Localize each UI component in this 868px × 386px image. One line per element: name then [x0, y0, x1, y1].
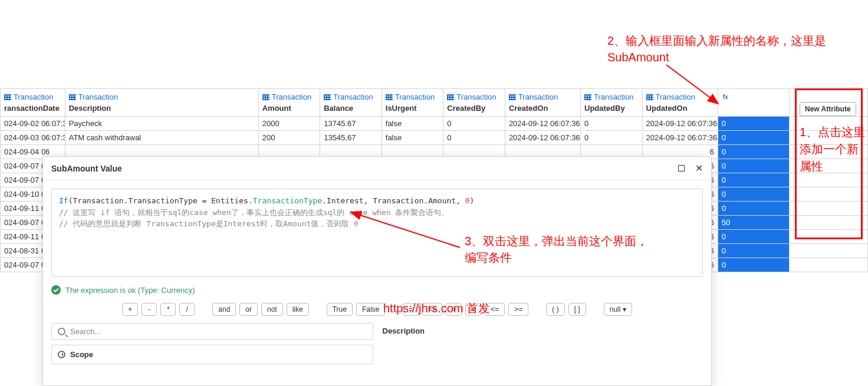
cell-subamount: 0: [718, 131, 789, 145]
search-input[interactable]: Search...: [51, 323, 373, 340]
cell-subamount: 0: [718, 258, 789, 272]
table-row[interactable]: 024-09-03 06:07:36ATM cash withdrawal200…: [1, 131, 868, 145]
op-btn-[interactable]: *: [160, 303, 176, 316]
cell-subamount: 50: [718, 216, 789, 230]
cell-empty: [789, 216, 867, 230]
op-btn-[interactable]: /: [179, 303, 195, 316]
table-row[interactable]: 024-09-02 06:07:36Paycheck200013745.67fa…: [1, 117, 868, 131]
cell-subamount: 0: [718, 173, 789, 187]
cell-date: 024-09-02 06:07:36: [1, 117, 65, 131]
cell-empty: [789, 173, 867, 187]
op-btn-[interactable]: +: [122, 303, 138, 316]
dialog-title: SubAmount Value: [51, 164, 122, 173]
cell-amount: 200: [258, 131, 320, 145]
op-btn-null[interactable]: null ▾: [604, 303, 632, 316]
annotation-3: 3、双击这里，弹出当前这个界面， 编写条件: [465, 233, 648, 266]
cell-subamount: 0: [718, 230, 789, 244]
scope-section[interactable]: Scope: [51, 345, 373, 364]
cell-empty: [789, 202, 867, 216]
op-btn-and[interactable]: and: [212, 303, 236, 316]
cell-desc: ATM cash withdrawal: [65, 131, 258, 145]
op-btn-like[interactable]: like: [287, 303, 309, 316]
cell-date: 024-09-03 06:07:36: [1, 131, 65, 145]
column-header-subamount[interactable]: fxIf(Transaction...SubAmount: [718, 89, 789, 117]
cell-updatedon: 2024-09-12 06:07:36: [642, 117, 718, 131]
cell-updatedby: 0: [581, 117, 643, 131]
column-header-updatedon[interactable]: TransactionUpdatedOn: [642, 89, 718, 117]
op-btn-[interactable]: ( ): [546, 303, 564, 316]
cell-empty: [789, 258, 867, 272]
annotation-1: 1、点击这里添加一个新属性: [800, 124, 868, 175]
description-label: Description: [382, 323, 703, 339]
annotation-site: https://jhrs.com 首发: [383, 301, 490, 316]
op-btn-[interactable]: [ ]: [568, 303, 586, 316]
cell-urgent: false: [382, 117, 443, 131]
maximize-icon[interactable]: [678, 165, 685, 171]
op-btn-true[interactable]: True: [327, 303, 353, 316]
column-header-amount[interactable]: TransactionAmount: [258, 89, 320, 117]
column-header-updatedby[interactable]: TransactionUpdatedBy: [581, 89, 643, 117]
cell-amount: 2000: [258, 117, 320, 131]
operator-toolbar: +-*/andornotlikeTrueFalse=<>><<=>=( )[ ]…: [43, 301, 711, 323]
op-btn-false[interactable]: False: [356, 303, 385, 316]
op-btn-or[interactable]: or: [239, 303, 258, 316]
column-header-createdby[interactable]: TransactionCreatedBy: [443, 89, 505, 117]
column-header-createdon[interactable]: TransactionCreatedOn: [505, 89, 580, 117]
cell-createdby: 0: [443, 131, 505, 145]
op-btn-not[interactable]: not: [261, 303, 283, 316]
column-header-isurgent[interactable]: TransactionIsUrgent: [382, 89, 443, 117]
search-icon: [58, 328, 65, 335]
cell-empty: [789, 230, 867, 244]
column-header-ransactiondate[interactable]: TransactionransactionDate: [1, 89, 65, 117]
column-header-description[interactable]: TransactionDescription: [65, 89, 258, 117]
cell-balance: 13545.67: [320, 131, 382, 145]
cell-desc: Paycheck: [65, 117, 258, 131]
annotation-2: 2、输入框里面输入新属性的名称，这里是SubAmount: [607, 32, 868, 65]
cell-urgent: false: [382, 131, 443, 145]
cell-createdon: 2024-09-12 06:07:36: [505, 117, 580, 131]
cell-empty: [789, 244, 867, 258]
scope-icon: [58, 351, 65, 358]
column-header-balance[interactable]: TransactionBalance: [320, 89, 382, 117]
cell-subamount: 0: [718, 187, 789, 202]
cell-empty: [789, 187, 867, 202]
cell-createdon: 2024-09-12 06:07:36: [505, 131, 580, 145]
cell-subamount: 0: [718, 202, 789, 216]
cell-subamount: 0: [718, 159, 789, 173]
check-icon: [51, 285, 61, 295]
op-btn-[interactable]: >=: [508, 303, 528, 316]
cell-updatedby: 0: [581, 131, 643, 145]
expression-status: The expression is ok (Type: Currency): [65, 286, 195, 295]
new-attribute-button[interactable]: New Attribute: [800, 102, 856, 116]
cell-subamount: 0: [718, 117, 789, 131]
expression-editor-dialog: SubAmount Value ✕ If(Transaction.Transac…: [42, 156, 712, 386]
close-icon[interactable]: ✕: [695, 163, 703, 174]
cell-updatedon: 2024-09-12 06:07:36: [642, 131, 718, 145]
cell-createdby: 0: [443, 117, 505, 131]
cell-subamount: 0: [718, 145, 789, 159]
op-btn-[interactable]: -: [142, 303, 157, 316]
cell-subamount: 0: [718, 244, 789, 258]
cell-balance: 13745.67: [320, 117, 382, 131]
